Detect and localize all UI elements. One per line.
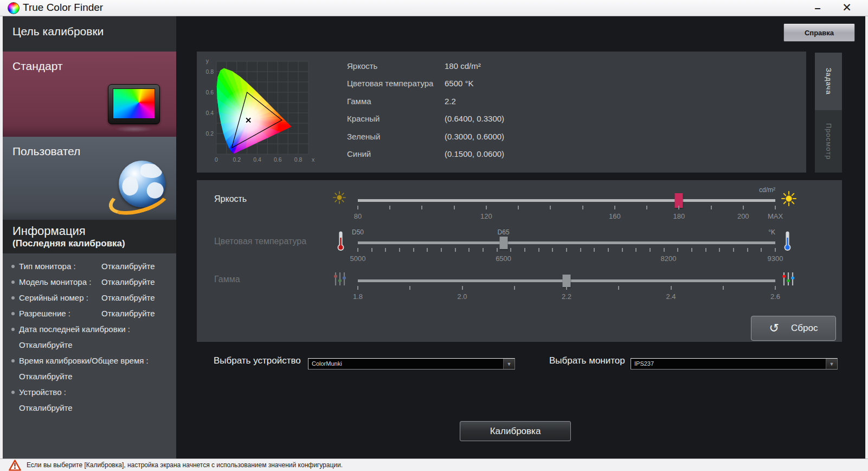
info-list: Тип монитора :Откалибруйте Модель монито… xyxy=(3,253,176,413)
info-item-monitor-model: Модель монитора :Откалибруйте xyxy=(11,277,171,288)
chevron-down-icon[interactable]: ▼ xyxy=(503,359,515,369)
reset-button[interactable]: ↺ Сброс xyxy=(751,316,836,341)
standard-label: Стандарт xyxy=(12,60,63,73)
monitor-select-value: IPS237 xyxy=(634,360,654,367)
gamma-slider-row: Гамма 1.82.02.22.42.6 xyxy=(197,270,842,311)
reset-icon: ↺ xyxy=(769,322,779,334)
status-bar: Если вы выберите [Калибровка], настройка… xyxy=(0,459,868,471)
warning-icon xyxy=(9,460,21,471)
globe-icon xyxy=(114,158,166,213)
sun-dim-icon xyxy=(332,190,346,207)
sidebar-item-standard[interactable]: Стандарт xyxy=(3,52,176,137)
gamma-slider[interactable]: 1.82.02.22.42.6 xyxy=(358,270,775,311)
info-header: Информация (Последняя калибровка) xyxy=(3,220,176,253)
bullet-icon xyxy=(11,281,15,284)
device-select-label: Выбрать устройство xyxy=(214,355,301,366)
chevron-down-icon[interactable]: ▼ xyxy=(826,359,837,369)
status-text: Если вы выберите [Калибровка], настройка… xyxy=(27,461,343,469)
device-select-value: ColorMunki xyxy=(312,360,342,367)
thermometer-red-icon xyxy=(337,231,345,253)
rgb-mixer-icon xyxy=(781,271,796,289)
svg-text:0.4: 0.4 xyxy=(205,110,214,116)
brightness-label: Яркость xyxy=(214,194,247,204)
window-border-right xyxy=(865,16,868,459)
temperature-label: Цветовая температура xyxy=(214,237,306,246)
bullet-icon xyxy=(11,312,15,315)
svg-text:0.8: 0.8 xyxy=(294,156,303,163)
window-border-left xyxy=(0,16,3,459)
info-item-resolution: Разрешение :Откалибруйте xyxy=(11,308,171,319)
svg-text:0.8: 0.8 xyxy=(205,68,214,75)
calibrate-button[interactable]: Калибровка xyxy=(460,421,571,441)
svg-text:0: 0 xyxy=(215,156,218,163)
settings-panel: Яркость cd/m²80120160180200MAX xyxy=(197,180,842,342)
reset-label: Сброс xyxy=(791,323,818,334)
readout-blue: Синий(0.1500, 0.0600) xyxy=(347,145,504,163)
gamma-label: Гамма xyxy=(214,275,240,284)
sidebar-item-user[interactable]: Пользовател xyxy=(3,137,176,220)
readout-green: Зеленый(0.3000, 0.6000) xyxy=(347,128,504,145)
brightness-slider[interactable]: cd/m²80120160180200MAX xyxy=(358,189,775,231)
help-button[interactable]: Справка xyxy=(783,23,855,42)
tab-preview[interactable]: Просмотр xyxy=(815,110,842,173)
readout-gamma: Гамма2.2 xyxy=(347,92,504,110)
brightness-slider-row: Яркость cd/m²80120160180200MAX xyxy=(197,189,842,231)
monitor-select[interactable]: IPS237 ▼ xyxy=(631,358,838,370)
bullet-icon xyxy=(11,265,15,268)
svg-text:0.6: 0.6 xyxy=(205,89,214,96)
bullet-icon xyxy=(11,359,15,362)
info-title: Информация xyxy=(12,224,176,238)
bullet-icon xyxy=(11,328,15,331)
bullet-icon xyxy=(11,296,15,300)
slider-handle[interactable] xyxy=(563,275,571,287)
svg-text:y: y xyxy=(206,58,209,64)
thermometer-blue-icon xyxy=(783,231,792,253)
readouts: Яркость180 cd/m² Цветовая температура650… xyxy=(347,57,504,163)
chromaticity-chart: 0.20.40.60.8y00.20.40.60.8x xyxy=(201,56,317,167)
readout-temperature: Цветовая температура6500 °K xyxy=(347,75,504,93)
svg-text:0.2: 0.2 xyxy=(205,130,214,137)
sidebar: Цель калибровки Стандарт Пользовател Инф… xyxy=(3,16,176,459)
close-button[interactable]: ✕ xyxy=(835,0,859,16)
readout-red: Красный(0.6400, 0.3300) xyxy=(347,110,504,128)
rgb-mixer-dim-icon xyxy=(332,271,348,289)
rainbow-monitor-icon xyxy=(108,84,160,124)
monitor-select-label: Выбрать монитор xyxy=(549,355,625,366)
info-item-duration: Время калибровки/Общее время :Откалибруй… xyxy=(11,355,171,382)
user-label: Пользовател xyxy=(12,145,80,158)
info-item-monitor-type: Тип монитора :Откалибруйте xyxy=(11,261,171,272)
sun-bright-icon xyxy=(781,190,797,209)
svg-text:x: x xyxy=(312,156,315,163)
info-item-device: Устройство :Откалибруйте xyxy=(11,387,171,413)
info-subtitle: (Последняя калибровка) xyxy=(12,238,176,249)
device-select[interactable]: ColorMunki ▼ xyxy=(308,358,515,370)
rainbow-screen xyxy=(113,88,155,119)
color-wheel-icon xyxy=(8,2,20,14)
readout-brightness: Яркость180 cd/m² xyxy=(347,57,504,75)
svg-text:0.2: 0.2 xyxy=(233,156,241,163)
info-item-last-date: Дата последней калибровки :Откалибруйте xyxy=(11,324,171,351)
svg-text:0.6: 0.6 xyxy=(274,156,282,163)
app-title: True Color Finder xyxy=(23,2,103,14)
sidebar-title: Цель калибровки xyxy=(3,16,176,52)
tab-task[interactable]: Задача xyxy=(815,53,842,110)
bullet-icon xyxy=(11,391,15,394)
info-item-serial: Серийный номер :Откалибруйте xyxy=(11,292,171,303)
titlebar: True Color Finder – ✕ xyxy=(0,0,868,16)
svg-text:0.4: 0.4 xyxy=(253,156,261,163)
slider-handle[interactable] xyxy=(499,237,507,249)
calibration-summary-panel: 0.20.40.60.8y00.20.40.60.8x Яркость180 c… xyxy=(197,52,806,173)
cie-diagram: 0.20.40.60.8y00.20.40.60.8x xyxy=(201,56,317,167)
minimize-button[interactable]: – xyxy=(807,0,828,16)
app-window: True Color Finder – ✕ Цель калибровки Ст… xyxy=(0,0,868,471)
